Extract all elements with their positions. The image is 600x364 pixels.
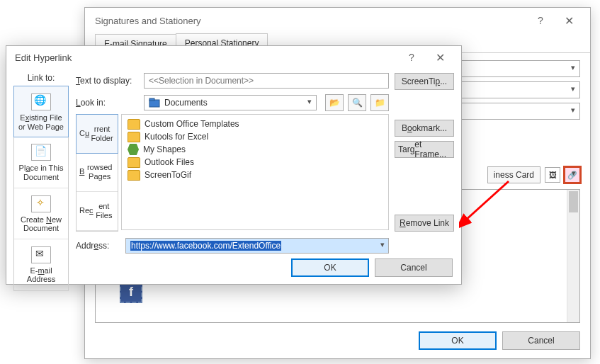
close-button[interactable]: ✕ [555,11,583,30]
subnav-browsed-pages[interactable]: Browsed Pages [77,153,118,192]
look-in-combo[interactable]: Documents [144,95,317,110]
hyperlink-right-pane: Text to display: <<Selection in Document… [76,73,454,254]
signatures-titlebar: Signatures and Stationery ? ✕ [85,8,590,33]
new-doc-icon [31,195,51,212]
folder-icon [128,157,140,168]
scroll-thumb[interactable] [569,191,578,212]
hyperlink-title: Edit Hyperlink [15,52,397,63]
linkto-place-label: Place in This Document [17,164,65,181]
hyperlink-cancel-button[interactable]: Cancel [375,258,453,277]
remove-link-button[interactable]: Remove Link [395,215,454,232]
address-input[interactable]: https://www.facebook.com/ExtendOffice [125,238,389,254]
hyperlink-body: Link to: Existing File or Web Page Place… [13,73,454,254]
file-name: Kutools for Excel [145,132,208,142]
business-card-label: iness Card [494,170,534,180]
edit-hyperlink-dialog: Edit Hyperlink ? ✕ Link to: Existing Fil… [6,45,462,285]
browse-file-button[interactable]: 📁 [370,94,389,111]
svg-rect-1 [149,98,154,101]
list-item[interactable]: Kutools for Excel [125,130,385,143]
folder-icon [128,170,140,181]
look-in-toolbar: 📂 🔍 📁 [325,94,389,111]
signatures-title: Signatures and Stationery [95,16,526,26]
business-card-button[interactable]: iness Card [487,166,540,183]
documents-icon [149,97,160,108]
list-item[interactable]: My Shapes [125,143,385,156]
hyperlink-close-button[interactable]: ✕ [426,47,454,67]
text-to-display-label: Text to display: [76,76,140,86]
text-to-display-input[interactable]: <<Selection in Document>> [144,73,389,89]
signatures-ok-button[interactable]: OK [419,331,497,350]
hyperlink-ok-button[interactable]: OK [291,258,369,277]
hyperlink-help-button[interactable]: ? [397,47,426,67]
linkto-createnew-label: Create New Document [17,215,65,233]
address-label: Address: [76,241,121,251]
help-button[interactable]: ? [526,11,555,30]
editor-scrollbar[interactable] [567,190,579,322]
file-name: Outlook Files [145,157,194,167]
linkto-existing-file[interactable]: Existing File or Web Page [13,86,69,137]
linkto-existing-label: Existing File or Web Page [17,113,65,131]
look-in-label: Look in: [76,98,140,108]
hyperlink-icon: 🔗 [567,171,577,180]
editor-toolbar-right: iness Card 🖼 🔗 [487,166,580,183]
folder-open-icon: 📁 [375,98,385,108]
link-to-panel: Existing File or Web Page Place in This … [13,86,69,291]
list-item[interactable]: Outlook Files [125,156,385,169]
hyperlink-footer: OK Cancel [291,258,453,277]
list-item[interactable]: Custom Office Templates [125,118,385,130]
hyperlink-titlebar: Edit Hyperlink ? ✕ [6,46,461,69]
look-in-row: Look in: Documents 📂 🔍 📁 [76,94,389,111]
text-to-display-value: <<Selection in Document>> [149,76,254,86]
screentip-button[interactable]: ScreenTip... [395,73,454,90]
signatures-cancel-button[interactable]: Cancel [502,331,580,350]
signatures-footer: OK Cancel [419,331,580,350]
globe-icon [31,93,51,110]
file-name: ScreenToGif [145,170,191,180]
linkto-place-in-doc[interactable]: Place in This Document [14,137,68,188]
linkto-create-new[interactable]: Create New Document [14,188,68,239]
linkto-email[interactable]: E-mail Address [14,239,68,290]
address-value: https://www.facebook.com/ExtendOffice [130,241,281,251]
link-to-label: Link to: [13,73,69,83]
file-name: Custom Office Templates [145,119,239,129]
insert-hyperlink-button[interactable]: 🔗 [565,167,580,183]
browse-mode-column: Current Folder Browsed Pages Recent File… [76,114,118,232]
folder-icon [128,119,140,130]
file-browser: Current Folder Browsed Pages Recent File… [76,114,454,230]
subnav-recent-files[interactable]: Recent Files [77,192,118,231]
link-to-column: Link to: Existing File or Web Page Place… [13,73,69,254]
insert-picture-button[interactable]: 🖼 [545,167,560,183]
address-row: Address: https://www.facebook.com/Extend… [76,237,454,254]
search-web-icon: 🔍 [352,98,363,108]
file-name: My Shapes [143,144,186,154]
page-icon [31,144,51,161]
subnav-current-folder[interactable]: Current Folder [76,114,118,154]
list-item[interactable]: ScreenToGif [125,169,385,181]
up-one-folder-button[interactable]: 📂 [325,94,344,111]
folder-up-icon: 📂 [329,98,340,108]
browse-web-button[interactable]: 🔍 [348,94,366,111]
linkto-email-label: E-mail Address [17,266,65,284]
look-in-value: Documents [164,98,208,108]
address-combo: https://www.facebook.com/ExtendOffice [125,238,389,254]
picture-icon: 🖼 [549,171,557,179]
file-list[interactable]: Custom Office Templates Kutools for Exce… [121,114,389,230]
shapes-icon [128,144,139,155]
mail-icon [31,246,51,263]
folder-icon [128,132,140,142]
